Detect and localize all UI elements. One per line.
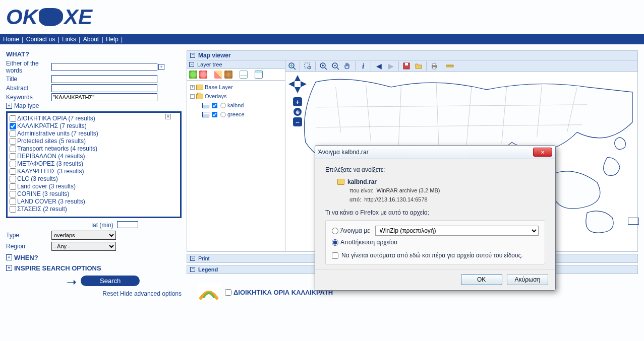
zoom-full-icon[interactable] [287,61,297,71]
kalbnd-checkbox[interactable] [212,102,217,108]
dialog-titlebar[interactable]: Άνοιγμα kalbnd.rar ✕ [315,146,555,159]
open-with-radio[interactable] [332,228,338,234]
result-item[interactable]: ΣΤΑΣΕΙΣ (2 result) [10,206,178,213]
print-icon[interactable] [430,61,439,71]
result-item[interactable]: ΚΑΛΛΙΚΡΑΤΗΣ (7 results) [10,122,178,130]
result-checkbox[interactable] [225,289,231,296]
result-checkbox[interactable] [10,176,16,182]
open-icon[interactable] [414,61,423,71]
remove-layer-icon[interactable] [199,71,207,79]
layertree-collapse-icon[interactable]: − [189,62,194,67]
properties-icon[interactable] [240,71,248,79]
result-item[interactable]: Administrative units (7 results) [10,130,178,138]
result-checkbox[interactable] [10,123,16,129]
nav-home[interactable]: Home [3,36,19,43]
nav-contact[interactable]: Contact us [26,36,55,43]
viewer-collapse-icon[interactable]: ⌃ [190,53,195,58]
collapse-handle[interactable] [628,218,639,225]
pan-down-icon[interactable] [295,87,301,93]
maptype-expand-icon[interactable]: + [6,103,12,109]
info-icon[interactable]: i [359,61,368,71]
auto-label[interactable]: Να γίνεται αυτόματα από εδώ και πέρα για… [341,252,523,259]
open-with-select[interactable]: WinZip (προεπιλογή) [375,226,539,236]
results-list[interactable]: ΔΙΟΙΚΗΤΙΚΑ ΟΡΙΑ (7 results)ΚΑΛΛΙΚΡΑΤΗΣ (… [10,115,178,215]
zoom-plus-icon[interactable]: + [293,97,302,106]
dialog-close-icon[interactable]: ✕ [533,148,552,157]
result-checkbox[interactable] [10,153,16,160]
region-select[interactable]: - Any - [51,242,116,251]
result-checkbox[interactable] [10,183,16,190]
zoom-globe-icon[interactable]: ⊕ [294,108,302,116]
legend-collapse-icon[interactable]: ⌃ [190,267,195,272]
dialog-cancel-button[interactable]: Ακύρωση [507,274,548,285]
pan-icon[interactable] [343,61,352,71]
result-checkbox[interactable] [10,138,16,145]
legend-label[interactable]: Legend [198,266,218,272]
save-radio[interactable] [332,239,338,246]
result-checkbox[interactable] [10,168,16,175]
zoom-box-icon[interactable] [303,61,312,71]
pan-left-icon[interactable] [288,81,295,87]
result-item[interactable]: ΠΕΡΙΒΑΛΛΟΝ (4 results) [10,153,178,160]
result-item[interactable]: LAND COVER (3 results) [10,198,178,206]
zoom-minus-icon[interactable]: − [293,117,302,126]
result-item[interactable]: CORINE (3 results) [10,190,178,198]
add-layer-icon[interactable] [189,71,197,79]
tree-expand-icon[interactable]: + [190,85,195,90]
pan-right-icon[interactable] [301,81,307,87]
kalbnd-radio[interactable] [220,103,225,108]
overlays-label[interactable]: Overlays [205,92,226,101]
result-checkbox[interactable] [10,191,16,197]
base-layer-label[interactable]: Base Layer [205,83,233,92]
results-close-icon[interactable]: ✕ [165,114,171,119]
inspire-expand-icon[interactable]: + [6,265,12,271]
result-checkbox[interactable] [10,130,16,137]
result-item[interactable]: ΚΑΛΥΨΗ ΓΗΣ (3 results) [10,168,178,175]
measure-icon[interactable] [445,61,454,71]
lat-input[interactable] [117,221,138,228]
result-item[interactable]: CLC (3 results) [10,175,178,183]
print-label[interactable]: Print [198,255,210,261]
greece-label[interactable]: greece [227,110,245,119]
when-expand-icon[interactable]: + [6,254,12,260]
zoom-out-icon[interactable] [331,61,340,71]
save-label[interactable]: Αποθήκευση αρχείου [340,239,397,246]
greece-radio[interactable] [220,112,225,117]
window-icon[interactable] [255,71,263,79]
greece-checkbox[interactable] [212,111,217,117]
palette-icon[interactable] [224,71,232,79]
auto-checkbox[interactable] [332,252,338,259]
save-map-icon[interactable] [402,61,411,71]
nav-about[interactable]: About [83,36,99,43]
abstract-input[interactable] [51,84,157,92]
zoom-in-icon[interactable] [319,61,328,71]
dialog-ok-button[interactable]: OK [461,274,502,285]
result-checkbox[interactable] [10,206,16,213]
result-checkbox[interactable] [10,198,16,205]
kalbnd-label[interactable]: kalbnd [227,101,244,110]
result-checkbox[interactable] [10,161,16,167]
result-checkbox[interactable] [10,115,16,122]
search-button[interactable]: Search [81,276,140,286]
either-input[interactable] [51,63,157,71]
tree-collapse-icon[interactable]: − [190,94,195,99]
nav-help[interactable]: Help [106,36,119,43]
type-select[interactable]: overlaps [51,231,116,240]
result-checkbox[interactable] [10,146,16,152]
keywords-input[interactable] [51,93,157,101]
reset-link[interactable]: Reset Hide advanced options [6,290,182,297]
style-icon[interactable] [214,71,222,79]
pan-up-icon[interactable] [295,75,301,81]
open-with-label[interactable]: Άνοιγμα με [340,227,370,234]
next-icon[interactable]: ▶ [386,61,395,71]
result-item[interactable]: ΔΙΟΙΚΗΤΙΚΑ ΟΡΙΑ (7 results) [10,115,178,122]
nav-links[interactable]: Links [62,36,76,43]
result-item[interactable]: Land cover (3 results) [10,183,178,190]
title-input[interactable] [51,75,157,83]
result-item[interactable]: Protected sites (5 results) [10,138,178,145]
result-item[interactable]: ΜΕΤΑΦΟΡΕΣ (3 results) [10,160,178,168]
result-item[interactable]: Transport networks (4 results) [10,145,178,153]
either-expand-icon[interactable]: + [158,64,164,70]
print-expand-icon[interactable]: + [190,256,195,261]
prev-icon[interactable]: ◀ [374,61,383,71]
